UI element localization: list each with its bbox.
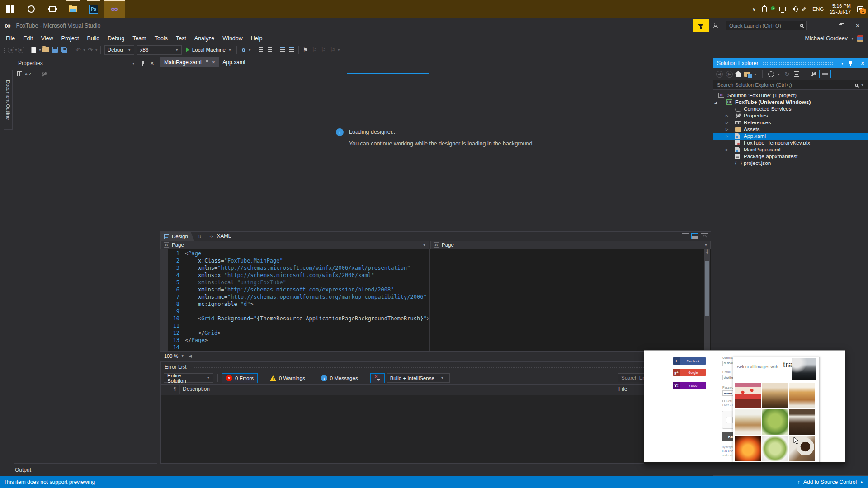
bookmark-icon[interactable]: ⚑: [302, 46, 310, 54]
menu-analyze[interactable]: Analyze: [190, 33, 218, 44]
feedback-icon[interactable]: [713, 23, 720, 28]
menu-debug[interactable]: Debug: [104, 33, 128, 44]
nav-forward-icon[interactable]: ►: [18, 47, 24, 53]
platform-dropdown[interactable]: x86▼: [137, 45, 182, 55]
taskbar-photoshop-button[interactable]: Ps: [83, 0, 104, 18]
menu-window[interactable]: Window: [218, 33, 246, 44]
taskbar-cortana-button[interactable]: [21, 0, 42, 18]
start-debugging-button[interactable]: Local Machine▼: [186, 47, 231, 52]
document-outline-tab[interactable]: Document Outline: [4, 70, 13, 130]
minimize-button[interactable]: –: [816, 20, 830, 32]
taskbar-file-explorer-button[interactable]: [62, 0, 83, 18]
google-plus-login-button[interactable]: g+Google: [673, 369, 706, 376]
categorized-icon[interactable]: [17, 71, 22, 76]
zoom-level[interactable]: 100 %: [160, 353, 181, 359]
xaml-code-editor[interactable]: 1<Page2 x:Class="FoxTube.MainPage"3 xmln…: [160, 249, 711, 351]
tree-item-references[interactable]: ▷References: [713, 119, 868, 126]
vertical-scrollbar[interactable]: ╋: [704, 249, 710, 351]
pin-icon[interactable]: [141, 61, 145, 66]
tab-xaml[interactable]: <> XAML: [204, 232, 236, 241]
clock[interactable]: 5:16 PM22-Jul-17: [830, 3, 851, 15]
collapsed-arrow-icon[interactable]: ▷: [726, 126, 728, 133]
split-horizontal-icon[interactable]: [682, 233, 689, 239]
swap-panes-icon[interactable]: ↑↓: [198, 234, 201, 239]
menu-edit[interactable]: Edit: [19, 33, 37, 44]
find-icon[interactable]: [240, 46, 248, 54]
window-position-chevron-icon[interactable]: ▼: [132, 62, 135, 65]
strawberry-cake-image[interactable]: [735, 383, 761, 408]
description-column-header[interactable]: Description: [180, 386, 210, 392]
menu-file[interactable]: File: [2, 33, 19, 44]
undo-icon[interactable]: ↶: [74, 46, 82, 54]
nav-back-icon[interactable]: ◄: [8, 47, 14, 53]
coffee-beans-image[interactable]: [789, 409, 815, 435]
restore-button[interactable]: [834, 20, 847, 32]
salad-bowl-image[interactable]: [762, 436, 788, 461]
pen-icon[interactable]: ✎: [800, 7, 807, 12]
collapsed-arrow-icon[interactable]: ▷: [726, 133, 728, 140]
save-all-icon[interactable]: [60, 46, 68, 54]
tree-item-project-json[interactable]: {…}project.json: [713, 160, 868, 167]
menu-project[interactable]: Project: [57, 33, 83, 44]
collapsed-arrow-icon[interactable]: ▷: [726, 146, 728, 153]
pancakes-image[interactable]: [789, 383, 815, 408]
errors-toggle[interactable]: ✕ 0 Errors: [222, 373, 258, 383]
caramel-dessert-image[interactable]: [762, 383, 788, 408]
tree-item-solution-foxtube-1-project[interactable]: ∞Solution 'FoxTube' (1 project): [713, 92, 868, 99]
pending-changes-icon[interactable]: [768, 71, 774, 77]
source-filter-dropdown[interactable]: Build + IntelliSense ▼: [387, 373, 450, 383]
tree-item-properties[interactable]: ▷Properties: [713, 113, 868, 119]
tree-item-app-xaml[interactable]: ▷App.xaml: [713, 133, 868, 140]
expanded-arrow-icon[interactable]: ◢: [714, 99, 717, 106]
glowing-basket-image[interactable]: [735, 436, 761, 461]
sync-icon[interactable]: ↻: [784, 70, 790, 78]
file-column-header[interactable]: File: [618, 386, 627, 392]
scroll-left-icon[interactable]: ◀: [189, 354, 192, 358]
warnings-toggle[interactable]: 0 Warnings: [266, 373, 309, 383]
facebook-login-button[interactable]: fFacebook: [673, 357, 706, 365]
close-button[interactable]: ✕: [851, 20, 864, 32]
collapse-all-icon[interactable]: [794, 71, 799, 77]
split-grip-icon[interactable]: ╋: [704, 249, 710, 255]
tree-item-foxtube-universal-windows[interactable]: ◢C#FoxTube (Universal Windows): [713, 99, 868, 106]
action-center-icon[interactable]: 1: [857, 6, 863, 12]
menu-team[interactable]: Team: [128, 33, 151, 44]
indent-increase-icon[interactable]: [288, 46, 296, 54]
properties-wrench-icon[interactable]: [811, 71, 816, 77]
messages-toggle[interactable]: i 0 Messages: [317, 373, 362, 383]
new-file-icon[interactable]: [30, 46, 38, 54]
tree-item-foxtube-temporarykey-pfx[interactable]: FoxTube_TemporaryKey.pfx: [713, 140, 868, 146]
tab-design[interactable]: Design: [160, 232, 194, 241]
taskbar-start-button[interactable]: [0, 0, 21, 18]
menu-build[interactable]: Build: [83, 33, 104, 44]
menu-test[interactable]: Test: [172, 33, 190, 44]
tree-item-connected-services[interactable]: Connected Services: [713, 106, 868, 113]
collapsed-arrow-icon[interactable]: ▷: [726, 119, 728, 126]
output-panel-tab[interactable]: Output: [0, 464, 713, 476]
open-file-icon[interactable]: [42, 46, 50, 54]
window-position-chevron-icon[interactable]: ▼: [841, 62, 844, 65]
home-icon[interactable]: [736, 74, 741, 77]
tree-item-assets[interactable]: ▷Assets: [713, 126, 868, 133]
close-icon[interactable]: ✕: [212, 60, 216, 65]
close-icon[interactable]: ✕: [150, 61, 154, 66]
tab-app.xaml[interactable]: App.xaml: [219, 57, 249, 67]
expand-pane-icon[interactable]: [701, 233, 708, 239]
property-pages-icon[interactable]: [41, 71, 47, 77]
user-account[interactable]: Michael Gordeev ▼: [805, 35, 863, 42]
collapse-pane-icon[interactable]: [691, 233, 698, 239]
save-icon[interactable]: [51, 46, 59, 54]
collapsed-arrow-icon[interactable]: ▷: [726, 113, 728, 119]
newsletter-checkbox[interactable]: [722, 400, 725, 402]
menu-tools[interactable]: Tools: [151, 33, 172, 44]
filter-button[interactable]: ✕: [370, 373, 385, 383]
previous-bookmark-icon[interactable]: ⚐: [311, 46, 319, 54]
yahoo-login-button[interactable]: Y!Yahoo: [673, 382, 706, 389]
pin-icon[interactable]: [849, 61, 853, 66]
pin-icon[interactable]: [205, 60, 209, 65]
close-icon[interactable]: ✕: [861, 61, 865, 66]
preview-selected-items-toggle[interactable]: [819, 70, 831, 78]
alphabetical-icon[interactable]: A↓Z: [25, 72, 31, 76]
clear-bookmarks-icon[interactable]: ⚐: [329, 46, 337, 54]
quick-launch-input[interactable]: Quick Launch (Ctrl+Q): [726, 21, 807, 30]
